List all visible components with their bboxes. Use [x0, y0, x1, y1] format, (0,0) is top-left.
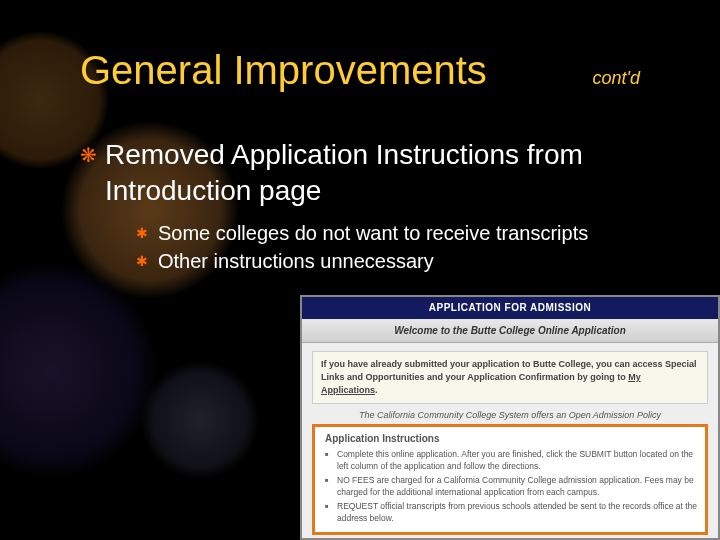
main-bullet: ❋ Removed Application Instructions from …	[80, 137, 680, 209]
sub-bullet: ✱ Some colleges do not want to receive t…	[136, 221, 680, 245]
slide-content: General Improvements cont'd ❋ Removed Ap…	[0, 0, 720, 273]
title-row: General Improvements cont'd	[80, 48, 680, 93]
welcome-bar: Welcome to the Butte College Online Appl…	[302, 319, 718, 343]
instructions-list: Complete this online application. After …	[325, 448, 697, 524]
open-admission-policy: The California Community College System …	[312, 410, 708, 420]
instructions-title: Application Instructions	[325, 433, 697, 444]
embedded-screenshot: APPLICATION FOR ADMISSION Welcome to the…	[300, 295, 720, 540]
sub-bullet: ✱ Other instructions unnecessary	[136, 249, 680, 273]
sub-bullet-text: Some colleges do not want to receive tra…	[158, 221, 588, 245]
gear-bullet-icon: ✱	[136, 221, 148, 245]
instruction-item: Complete this online application. After …	[325, 448, 697, 472]
application-instructions-box: Application Instructions Complete this o…	[312, 424, 708, 535]
sub-bullet-text: Other instructions unnecessary	[158, 249, 434, 273]
main-bullet-text: Removed Application Instructions from In…	[105, 137, 680, 209]
gear-bullet-icon: ✱	[136, 249, 148, 273]
contd-label: cont'd	[593, 68, 640, 89]
special-links-box: If you have already submitted your appli…	[312, 351, 708, 404]
sub-bullet-list: ✱ Some colleges do not want to receive t…	[136, 221, 680, 273]
slide-title: General Improvements	[80, 48, 487, 93]
gear-bullet-icon: ❋	[80, 137, 97, 173]
instruction-item: REQUEST official transcripts from previo…	[325, 500, 697, 524]
instruction-item: NO FEES are charged for a California Com…	[325, 474, 697, 498]
app-titlebar: APPLICATION FOR ADMISSION	[302, 297, 718, 319]
